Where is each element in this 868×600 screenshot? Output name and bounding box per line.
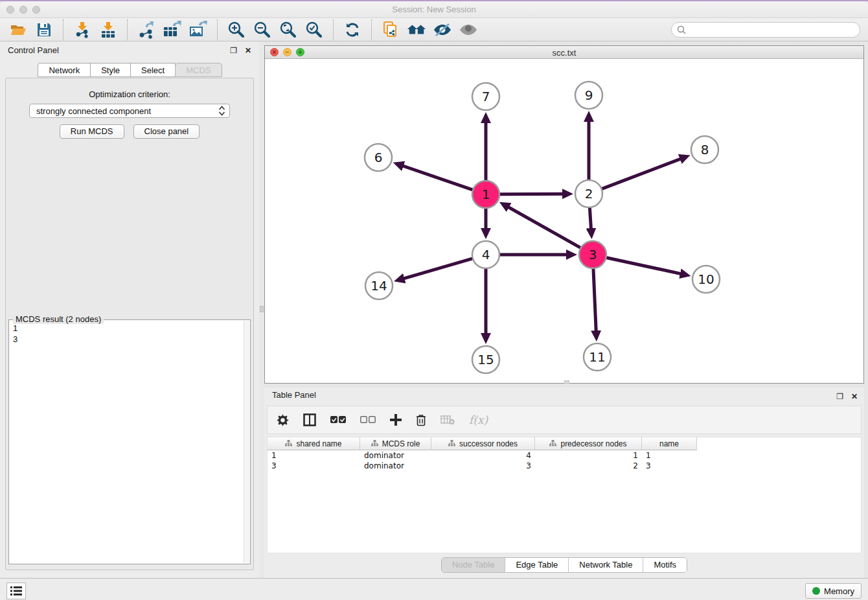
network-view-window: × − + scc.txt 1234678910111415	[264, 45, 864, 384]
tab-network-table[interactable]: Network Table	[568, 558, 643, 572]
select-all-icon[interactable]	[330, 415, 346, 424]
edge-1-2[interactable]	[499, 194, 569, 194]
table-panel: Table Panel ❐ ✕ f(x	[264, 387, 864, 578]
table-cell[interactable]: 1	[535, 450, 642, 461]
tab-style[interactable]: Style	[90, 63, 131, 77]
graph-node-label: 9	[585, 87, 593, 103]
float-table-panel-icon[interactable]: ❐	[836, 392, 843, 401]
table-cell[interactable]: 4	[431, 450, 535, 461]
control-panel-tabs: Network Style Select MCDS	[0, 63, 259, 77]
table-cell[interactable]: 2	[535, 461, 642, 471]
tab-network[interactable]: Network	[38, 63, 91, 77]
open-session-icon[interactable]	[8, 20, 28, 40]
zoom-out-icon[interactable]	[253, 20, 272, 40]
save-session-icon[interactable]	[34, 20, 54, 40]
table-cell[interactable]: 3	[642, 461, 697, 471]
close-panel-button[interactable]: Close panel	[133, 124, 200, 139]
table-cell[interactable]: 1	[268, 450, 360, 461]
settings-gear-icon[interactable]	[277, 414, 289, 426]
column-label: MCDS role	[382, 439, 420, 448]
run-mcds-button[interactable]: Run MCDS	[60, 124, 124, 139]
column-header-MCDS-role[interactable]: MCDS role	[360, 437, 431, 450]
graph-node-label: 3	[589, 247, 597, 262]
network-window-titlebar[interactable]: × − + scc.txt	[265, 46, 863, 59]
delete-row-icon[interactable]	[416, 414, 426, 426]
table-row[interactable]: 3dominator323	[268, 461, 861, 471]
export-table-icon[interactable]	[163, 20, 182, 40]
network-graph-canvas[interactable]: 1234678910111415	[265, 59, 863, 384]
close-table-panel-icon[interactable]: ✕	[851, 392, 858, 401]
edge-2-3[interactable]	[589, 207, 591, 235]
mcds-result-scrollbar[interactable]	[244, 321, 249, 563]
table-cell[interactable]: 1	[642, 450, 697, 461]
show-all-networks-icon[interactable]	[407, 20, 426, 40]
column-header-successor-nodes[interactable]: successor nodes	[431, 437, 535, 450]
zoom-selected-icon[interactable]	[304, 20, 324, 40]
graph-node-label: 11	[589, 349, 605, 365]
edge-4-14[interactable]	[398, 259, 473, 281]
task-history-button[interactable]	[6, 583, 26, 599]
vertical-splitter[interactable]	[259, 41, 264, 578]
show-columns-icon[interactable]	[303, 413, 316, 426]
graph-node-label: 2	[585, 186, 593, 202]
memory-button[interactable]: Memory	[805, 583, 862, 599]
tab-node-table[interactable]: Node Table	[442, 558, 505, 572]
export-image-icon[interactable]	[188, 20, 208, 40]
column-header-shared-name[interactable]: shared name	[268, 437, 360, 450]
splitter-handle[interactable]	[260, 306, 264, 312]
tab-edge-table[interactable]: Edge Table	[505, 558, 568, 572]
network-splitter-grip[interactable]	[564, 380, 569, 384]
column-label: predecessor nodes	[560, 439, 626, 448]
table-cell[interactable]: dominator	[360, 461, 431, 471]
edge-1-6[interactable]	[396, 164, 473, 190]
column-label: shared name	[296, 439, 341, 448]
optimization-criterion-label: Optimization criterion:	[6, 89, 253, 99]
node-table[interactable]: shared nameMCDS rolesuccessor nodesprede…	[267, 437, 862, 553]
mcds-result-text: 1 3	[13, 323, 242, 561]
table-cell[interactable]: dominator	[360, 450, 431, 461]
criterion-value: strongly connected component	[36, 106, 151, 116]
close-panel-icon[interactable]: ✕	[245, 46, 251, 55]
tab-motifs[interactable]: Motifs	[643, 558, 687, 572]
table-cell[interactable]: 3	[431, 461, 535, 471]
hierarchy-icon	[448, 439, 455, 448]
graph-node-label: 8	[701, 142, 709, 157]
import-table-icon[interactable]	[98, 20, 118, 40]
import-network-icon[interactable]	[73, 20, 92, 40]
hide-selected-icon[interactable]	[433, 20, 452, 40]
graph-node-label: 10	[698, 271, 714, 287]
mcds-result-box: MCDS result (2 nodes) 1 3	[8, 319, 251, 564]
memory-status-icon	[812, 587, 820, 595]
criterion-dropdown[interactable]: strongly connected component	[29, 104, 230, 118]
hierarchy-icon	[371, 439, 378, 448]
table-row[interactable]: 1dominator411	[268, 450, 861, 461]
float-panel-icon[interactable]: ❐	[230, 46, 237, 55]
titlebar: Session: New Session	[0, 1, 868, 18]
edge-3-10[interactable]	[606, 257, 687, 275]
dropdown-stepper-icon	[218, 106, 225, 116]
refresh-layout-icon[interactable]	[343, 20, 362, 40]
edge-2-8[interactable]	[602, 157, 687, 189]
zoom-fit-icon[interactable]	[279, 20, 298, 40]
column-label: name	[659, 439, 679, 448]
tab-mcds[interactable]: MCDS	[175, 63, 222, 77]
graph-node-label: 4	[482, 247, 490, 262]
toolbar-separator	[63, 19, 63, 40]
list-icon	[10, 586, 22, 595]
zoom-in-icon[interactable]	[227, 20, 246, 40]
show-hidden-icon[interactable]	[459, 20, 478, 40]
export-network-icon[interactable]	[137, 20, 156, 40]
table-cell[interactable]: 3	[268, 461, 360, 471]
table-panel-title: Table Panel	[272, 390, 316, 400]
edge-3-1[interactable]	[503, 204, 581, 248]
column-header-predecessor-nodes[interactable]: predecessor nodes	[535, 437, 642, 450]
edge-3-11[interactable]	[593, 268, 597, 338]
column-header-name[interactable]: name	[642, 437, 697, 450]
network-from-selection-icon[interactable]	[381, 20, 400, 40]
table-body: 1dominator4113dominator323	[268, 450, 861, 471]
add-row-icon[interactable]	[390, 414, 402, 426]
graph-node-label: 15	[477, 352, 494, 367]
search-input[interactable]	[689, 23, 860, 36]
deselect-all-icon[interactable]	[360, 415, 376, 424]
tab-select[interactable]: Select	[130, 63, 176, 77]
